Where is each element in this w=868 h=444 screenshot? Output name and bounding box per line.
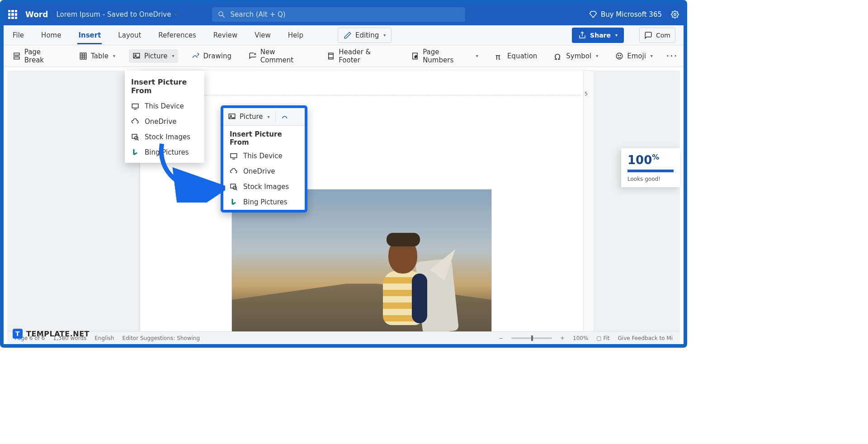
page-break-button[interactable]: Page Break — [9, 45, 66, 67]
insert-ribbon: Page Break Table▾ Picture▾ Drawing New C… — [4, 45, 684, 67]
document-title[interactable]: Lorem Ipsum - Saved to OneDrive ▾ — [56, 10, 177, 19]
editing-mode-button[interactable]: Editing ▾ — [338, 28, 392, 43]
callout-item-this-device[interactable]: This Device — [223, 148, 305, 164]
document-title-text: Lorem Ipsum - Saved to OneDrive — [56, 10, 171, 19]
chevron-down-icon: ▾ — [383, 33, 386, 38]
menu-label: Stock Images — [243, 183, 289, 191]
callout-picture-label[interactable]: Picture — [240, 113, 263, 121]
emoji-button[interactable]: Emoji▾ — [612, 49, 656, 63]
editing-label: Editing — [355, 31, 379, 39]
diamond-icon — [589, 10, 597, 19]
picture-icon — [228, 113, 236, 121]
share-icon — [578, 31, 586, 39]
document-image[interactable] — [231, 189, 492, 348]
menu-label: This Device — [243, 152, 283, 160]
tab-review[interactable]: Review — [212, 27, 239, 44]
ribbon-overflow[interactable]: ··· — [666, 52, 678, 60]
chevron-down-icon: ▾ — [172, 53, 175, 58]
ribbon-label: Emoji — [627, 52, 646, 60]
svg-marker-2 — [590, 11, 596, 18]
template-logo-icon: T — [13, 329, 23, 339]
settings-icon[interactable] — [671, 10, 679, 19]
menu-item-this-device[interactable]: This Device — [125, 99, 204, 114]
svg-line-1 — [223, 15, 225, 18]
share-label: Share — [590, 32, 611, 39]
svg-line-29 — [137, 139, 138, 140]
chevron-down-icon: ▾ — [476, 53, 478, 58]
svg-rect-32 — [231, 154, 237, 158]
ruler-tick: 5 — [585, 91, 588, 97]
drawing-button[interactable]: Drawing — [188, 49, 235, 63]
menu-header: Insert Picture From — [223, 126, 305, 148]
svg-point-23 — [618, 55, 619, 56]
cloud-icon — [230, 167, 238, 175]
equation-button[interactable]: πEquation — [492, 49, 541, 63]
pencil-icon — [344, 31, 352, 39]
watermark-text: TEMPLATE.NET — [26, 330, 90, 338]
stock-images-icon — [131, 133, 139, 141]
comments-button[interactable]: Com — [639, 28, 675, 43]
svg-rect-8 — [80, 53, 86, 59]
tab-references[interactable]: References — [157, 27, 197, 44]
table-button[interactable]: Table▾ — [75, 49, 119, 63]
bing-icon — [131, 148, 139, 156]
ribbon-label: Page Numbers — [423, 48, 472, 64]
status-bar: Page 6 of 6 1,380 words English Editor S… — [7, 331, 680, 344]
new-comment-button[interactable]: New Comment — [245, 45, 313, 67]
picture-button[interactable]: Picture▾ — [129, 49, 178, 63]
zoom-in[interactable]: + — [560, 335, 565, 341]
buy-microsoft-365[interactable]: Buy Microsoft 365 — [589, 10, 662, 19]
margin-guide — [141, 95, 580, 95]
zoom-out[interactable]: − — [499, 335, 503, 341]
menu-item-onedrive[interactable]: OneDrive — [125, 114, 204, 129]
status-suggestions[interactable]: Editor Suggestions: Showing — [123, 335, 200, 341]
app-name: Word — [25, 10, 48, 19]
tab-view[interactable]: View — [254, 27, 272, 44]
app-launcher-icon[interactable] — [8, 10, 17, 19]
tab-home[interactable]: Home — [40, 27, 62, 44]
header-footer-icon — [327, 52, 335, 60]
svg-rect-5 — [14, 53, 19, 55]
ribbon-label: New Comment — [260, 48, 310, 64]
status-language[interactable]: English — [94, 335, 114, 341]
title-bar: Word Lorem Ipsum - Saved to OneDrive ▾ S… — [4, 4, 684, 25]
fit-button[interactable]: ▢ Fit — [596, 335, 609, 341]
tab-layout[interactable]: Layout — [117, 27, 142, 44]
document-canvas: 5 100% Looks good! — [7, 71, 680, 340]
bing-icon — [230, 198, 238, 206]
symbol-button[interactable]: ΩSymbol▾ — [551, 49, 602, 63]
header-footer-button[interactable]: Header & Footer — [323, 45, 397, 67]
zoom-slider[interactable] — [511, 337, 552, 339]
omega-icon: Ω — [554, 52, 562, 60]
comments-label: Com — [656, 32, 670, 39]
share-button[interactable]: Share ▾ — [572, 28, 624, 43]
emoji-icon — [615, 52, 623, 60]
page-break-icon — [13, 52, 21, 60]
divider — [275, 112, 276, 122]
menu-label: Bing Pictures — [243, 198, 288, 206]
search-box[interactable]: Search (Alt + Q) — [212, 7, 465, 22]
tab-help[interactable]: Help — [287, 27, 304, 44]
zoom-value[interactable]: 100% — [573, 335, 588, 341]
tab-file[interactable]: File — [12, 27, 25, 44]
menu-label: This Device — [145, 102, 184, 110]
search-icon — [217, 10, 226, 19]
comment-icon — [644, 31, 652, 39]
editor-score-card[interactable]: 100% Looks good! — [621, 148, 680, 187]
ribbon-tabs: File Home Insert Layout References Revie… — [4, 25, 684, 45]
draw-icon[interactable] — [281, 113, 289, 121]
score-percent: 100 — [627, 153, 652, 167]
device-icon — [230, 152, 238, 160]
callout-item-bing-pictures[interactable]: Bing Pictures — [223, 194, 305, 210]
comment-plus-icon — [249, 52, 257, 60]
tab-insert[interactable]: Insert — [77, 27, 102, 44]
callout-item-onedrive[interactable]: OneDrive — [223, 164, 305, 179]
page-numbers-button[interactable]: #Page Numbers▾ — [407, 45, 482, 67]
svg-rect-17 — [329, 53, 333, 59]
menu-label: OneDrive — [243, 167, 275, 175]
score-message: Looks good! — [627, 176, 674, 182]
feedback-link[interactable]: Give Feedback to Mi — [618, 335, 673, 341]
search-placeholder: Search (Alt + Q) — [230, 10, 285, 19]
callout-picture-menu: Picture ▾ Insert Picture From This Devic… — [221, 105, 307, 213]
callout-item-stock-images[interactable]: Stock Images — [223, 179, 305, 194]
